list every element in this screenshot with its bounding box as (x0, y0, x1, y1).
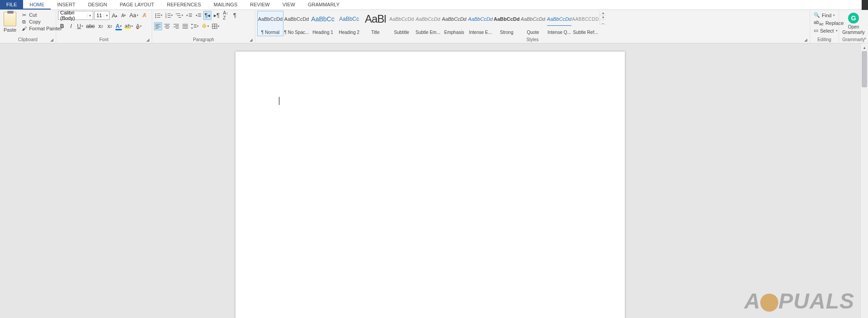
ribbon-tabs: FILE HOME INSERT DESIGN PAGE LAYOUT REFE… (0, 0, 868, 10)
tab-home[interactable]: HOME (23, 0, 51, 9)
paste-button[interactable]: Paste (2, 11, 18, 33)
style-item-title[interactable]: AaBlTitle (362, 11, 388, 36)
styles-scroll: ▴ ▾ ⎯ (599, 11, 606, 24)
font-color-button[interactable]: A (135, 22, 143, 31)
style-item-strong[interactable]: AaBbCcDdStrong (494, 11, 520, 36)
svg-rect-3 (157, 15, 160, 16)
style-item-heading-2[interactable]: AaBbCcHeading 2 (336, 11, 362, 36)
ltr-button[interactable]: ¶◂ (203, 11, 211, 20)
scroll-thumb[interactable] (862, 51, 867, 87)
watermark-face-icon (760, 294, 778, 312)
change-case-button[interactable]: Aa (129, 11, 139, 20)
subscript-button[interactable]: x2 (96, 22, 105, 31)
select-icon: ▭ (814, 28, 818, 33)
style-item-subtitle[interactable]: AaBbCcDdSubtitle (388, 11, 415, 36)
multilevel-list-button[interactable] (175, 11, 184, 20)
tab-references[interactable]: REFERENCES (161, 0, 207, 9)
style-item-intense-e-[interactable]: AaBbCcDdIntense E... (467, 11, 494, 36)
style-item-emphasis[interactable]: AaBbCcDdEmphasis (441, 11, 467, 36)
scissors-icon: ✂ (21, 12, 27, 18)
styles-scroll-up[interactable]: ▴ (600, 11, 606, 15)
scroll-up-button[interactable]: ▴ (861, 43, 868, 51)
open-grammarly-button[interactable]: G Open Grammarly (839, 11, 868, 37)
clipboard-group-label: Clipboard (2, 37, 54, 43)
numbering-icon: 123 (165, 13, 171, 18)
rtl-button[interactable]: ▸¶ (212, 11, 221, 20)
tab-page-layout[interactable]: PAGE LAYOUT (114, 0, 161, 9)
bullets-icon (155, 13, 160, 18)
font-name-arrow[interactable]: ▾ (87, 14, 93, 18)
group-styles: AaBbCcDd¶ NormalAaBbCcDd¶ No Spac...AaBb… (255, 10, 810, 43)
bold-button[interactable]: B (58, 22, 66, 31)
tab-file[interactable]: FILE (0, 0, 23, 9)
svg-rect-17 (189, 16, 192, 17)
paragraph-launcher[interactable]: ◢ (249, 38, 254, 42)
style-name: Subtitle (394, 30, 409, 35)
find-arrow[interactable]: ▾ (833, 14, 835, 17)
align-center-button[interactable] (163, 22, 171, 30)
style-preview: AaBbCc (339, 12, 359, 26)
underline-button[interactable]: U (76, 22, 84, 31)
svg-rect-5 (157, 17, 160, 18)
style-item-intense-q-[interactable]: AaBbCcDdIntense Q... (546, 11, 572, 36)
svg-rect-9 (168, 15, 171, 16)
tab-design[interactable]: DESIGN (82, 0, 113, 9)
style-name: ¶ No Spac... (284, 30, 309, 35)
style-item--normal[interactable]: AaBbCcDd¶ Normal (257, 11, 283, 36)
grow-font-button[interactable]: A▴ (110, 11, 119, 20)
svg-point-4 (155, 17, 156, 18)
strikethrough-button[interactable]: abc (85, 22, 96, 31)
shading-button[interactable] (201, 22, 210, 31)
show-marks-button[interactable]: ¶ (230, 11, 239, 20)
justify-button[interactable] (181, 22, 189, 30)
tab-view[interactable]: VIEW (276, 0, 302, 9)
style-item-heading-1[interactable]: AaBbCcHeading 1 (310, 11, 336, 36)
select-arrow[interactable]: ▾ (836, 29, 838, 33)
style-item-subtle-em-[interactable]: AaBbCcDdSubtle Em... (415, 11, 441, 36)
svg-rect-22 (194, 26, 197, 26)
svg-rect-14 (178, 17, 181, 18)
clipboard-launcher[interactable]: ◢ (50, 38, 55, 42)
svg-rect-12 (176, 14, 180, 14)
align-right-button[interactable] (172, 22, 180, 30)
decrease-indent-button[interactable] (185, 11, 193, 20)
styles-launcher[interactable]: ◢ (804, 38, 809, 42)
style-name: Intense Q... (547, 30, 571, 35)
styles-scroll-down[interactable]: ▾ (600, 15, 606, 20)
italic-button[interactable]: I (67, 22, 75, 31)
align-right-icon (173, 24, 179, 28)
tab-mailings[interactable]: MAILINGS (207, 0, 244, 9)
font-name-combo[interactable]: Calibri (Body) ▾ (58, 11, 93, 20)
font-launcher[interactable]: ◢ (146, 38, 151, 42)
style-item--no-spac-[interactable]: AaBbCcDd¶ No Spac... (283, 11, 310, 36)
tab-grammarly[interactable]: GRAMMARLY (302, 0, 346, 9)
shading-icon (201, 24, 207, 29)
style-preview: AaBbCcDd (442, 12, 466, 26)
tab-insert[interactable]: INSERT (51, 0, 82, 9)
bullets-button[interactable] (154, 11, 163, 20)
sort-button[interactable]: A↓Z (221, 11, 230, 20)
align-left-button[interactable] (154, 22, 162, 30)
clear-formatting-button[interactable]: A̸ (140, 11, 149, 20)
increase-indent-button[interactable] (194, 11, 202, 20)
style-item-quote[interactable]: AaBbCcDdQuote (520, 11, 546, 36)
document-page[interactable] (235, 52, 625, 318)
styles-expand[interactable]: ⎯ (600, 20, 606, 24)
line-spacing-button[interactable] (190, 22, 200, 31)
style-name: Quote (527, 30, 539, 35)
collapse-ribbon-button[interactable]: ^ (864, 37, 866, 42)
numbering-button[interactable]: 123 (164, 11, 174, 20)
shrink-font-button[interactable]: A▾ (120, 11, 128, 20)
svg-rect-16 (189, 15, 192, 15)
font-size-arrow[interactable]: ▾ (104, 14, 110, 18)
justify-icon (182, 24, 188, 28)
tab-review[interactable]: REVIEW (244, 0, 276, 9)
font-size-combo[interactable]: 11 ▾ (94, 11, 110, 20)
style-name: Subtle Em... (416, 30, 440, 35)
superscript-button[interactable]: x2 (106, 22, 114, 31)
style-item-subtle-ref-[interactable]: AABBCCDDSubtle Ref... (572, 11, 599, 36)
text-effects-button[interactable]: A (115, 22, 123, 31)
highlight-button[interactable]: ab (124, 22, 134, 31)
borders-button[interactable] (211, 22, 221, 31)
style-preview: AaBbCcDd (468, 12, 493, 26)
